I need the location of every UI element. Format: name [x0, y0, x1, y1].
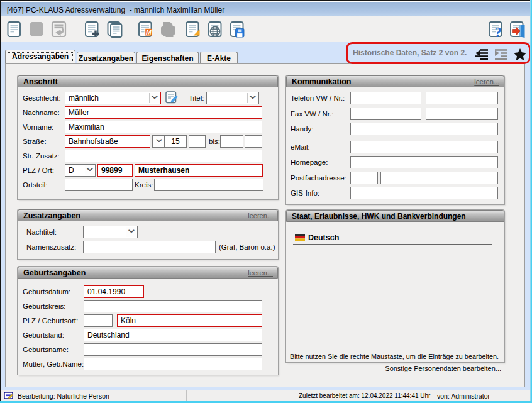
svg-text:M: M — [146, 28, 152, 36]
svg-text:?: ? — [495, 25, 502, 40]
